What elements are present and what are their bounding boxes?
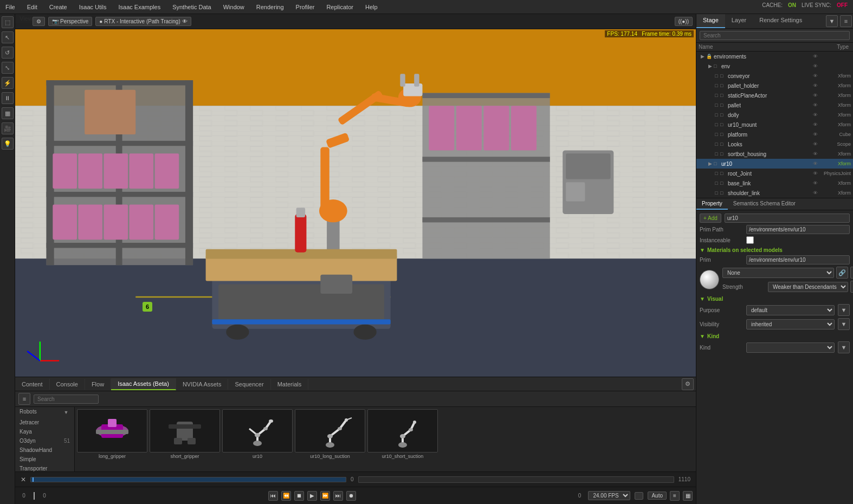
menu-rendering[interactable]: Rendering [254, 3, 286, 11]
tab-stage[interactable]: Stage [696, 14, 725, 28]
prop-add-btn[interactable]: + Add [700, 214, 721, 223]
tl-stop-btn[interactable]: ⏹ [294, 491, 304, 501]
tree-base-link[interactable]: □ □ base_link 👁 Xform [696, 178, 853, 188]
material-none-select[interactable]: None [722, 268, 834, 278]
tab-nvidia-assets[interactable]: NVIDIA Assets [176, 379, 229, 390]
tree-pallet-holder[interactable]: □ □ pallet_holder 👁 Xform [696, 81, 853, 91]
toolbar-pause[interactable]: ⏸ [2, 92, 14, 104]
tab-layer[interactable]: Layer [725, 14, 753, 28]
prop-instanceable-check[interactable] [746, 236, 754, 244]
tree-static-plane[interactable]: □ □ staticPlaneActor 👁 Xform [696, 91, 853, 100]
tl-last-btn[interactable]: ⏭ [333, 491, 343, 501]
material-menu-btn[interactable]: ▼ [850, 267, 853, 279]
menu-create[interactable]: Create [47, 3, 69, 11]
toolbar-scale[interactable]: ⤡ [2, 62, 14, 74]
stage-menu-btn[interactable]: ≡ [840, 15, 852, 27]
menu-profiler[interactable]: Profiler [294, 3, 317, 11]
tl-first-btn[interactable]: ⏮ [268, 491, 278, 501]
cat-simple[interactable]: Simple [15, 455, 74, 464]
vp-rtx-btn[interactable]: ● RTX - Interactive (Path Tracing) 👁 [95, 17, 191, 26]
tl-prev-btn[interactable]: ⏪ [281, 491, 291, 501]
tab-isaac-assets[interactable]: Isaac Assets (Beta) [111, 378, 176, 390]
tree-ur10-selected[interactable]: ▶ □ ur10 👁 Xform [696, 159, 853, 169]
tab-flow[interactable]: Flow [85, 379, 111, 390]
tl-camera-btn[interactable]: ▦ [683, 491, 693, 501]
tree-sortbot[interactable]: □ □ sortbot_housing 👁 Xform [696, 149, 853, 159]
long-gripper-icon [85, 413, 139, 449]
cat-shadowhand[interactable]: ShadowHand [15, 445, 74, 455]
tab-materials[interactable]: Materials [271, 379, 309, 390]
cat-o3dyn[interactable]: O3dyn 51 [15, 436, 74, 445]
material-link-btn[interactable]: 🔗 [836, 267, 848, 279]
menu-help[interactable]: Help [363, 3, 380, 11]
tree-env[interactable]: ▶ □ env 👁 [696, 61, 853, 71]
tab-property[interactable]: Property [696, 198, 728, 210]
prop-kind-select[interactable] [746, 343, 835, 353]
menu-window[interactable]: Window [221, 3, 247, 11]
menu-isaac-examples[interactable]: Isaac Examples [116, 3, 163, 11]
strength-menu-btn[interactable]: ▼ [850, 281, 853, 293]
menu-synthetic-data[interactable]: Synthetic Data [170, 3, 214, 11]
timeline-track[interactable] [358, 476, 674, 483]
tree-shoulder-vis: 👁 [813, 190, 820, 196]
tree-conveyor[interactable]: □ □ conveyor 👁 Xform [696, 71, 853, 81]
tab-render-settings[interactable]: Render Settings [753, 14, 809, 28]
purpose-menu-btn[interactable]: ▼ [838, 304, 850, 316]
tree-platform[interactable]: □ □ platform 👁 Cube [696, 130, 853, 139]
tl-record-btn[interactable]: ⏺ [346, 491, 356, 501]
tl-loop-btn[interactable] [635, 492, 643, 500]
toolbar-grid[interactable]: ▦ [2, 107, 14, 119]
menu-isaac-utils[interactable]: Isaac Utils [77, 3, 109, 11]
tree-ur10-mount[interactable]: □ □ ur10_mount 👁 Xform [696, 120, 853, 130]
vp-camera-btn[interactable]: 📷 Perspective [48, 17, 92, 26]
vp-wireless-btn[interactable]: ((●)) [675, 17, 693, 26]
menu-replicator[interactable]: Replicator [324, 3, 356, 11]
fps-selector[interactable]: 24.00 FPS [588, 491, 630, 500]
asset-ur10-short-suction[interactable]: ur10_short_suction [367, 409, 438, 459]
tab-console[interactable]: Console [50, 379, 85, 390]
tl-auto-btn[interactable]: Auto [648, 492, 667, 500]
tree-dolly[interactable]: □ □ dolly 👁 Xform [696, 110, 853, 120]
asset-short-gripper[interactable]: short_gripper [150, 409, 220, 459]
timeline-close[interactable]: ✕ [18, 476, 28, 483]
vp-settings-btn[interactable]: ⚙ [33, 17, 45, 26]
tl-play-btn[interactable]: ▶ [307, 491, 317, 501]
tree-shoulder-link[interactable]: □ □ shoulder_link 👁 Xform [696, 188, 853, 198]
stage-search-input[interactable] [700, 31, 850, 40]
asset-long-gripper[interactable]: long_gripper [77, 409, 147, 459]
stage-filter-btn[interactable]: ▼ [826, 15, 838, 27]
toolbar-select[interactable]: ⬚ [2, 16, 14, 28]
prop-visibility-select[interactable]: inherited [746, 319, 835, 329]
tab-sequencer[interactable]: Sequencer [228, 379, 270, 390]
toolbar-camera[interactable]: 🎥 [2, 122, 14, 134]
visibility-menu-btn[interactable]: ▼ [838, 318, 850, 330]
prop-purpose-select[interactable]: default [746, 305, 835, 315]
toolbar-rotate[interactable]: ↺ [2, 47, 14, 59]
tree-looks[interactable]: □ □ Looks 👁 Scope [696, 139, 853, 149]
asset-search-input[interactable] [34, 395, 99, 404]
toolbar-light[interactable]: 💡 [2, 138, 14, 150]
toolbar-move[interactable]: ↖ [2, 31, 14, 43]
svg-rect-65 [96, 430, 128, 434]
asset-settings-btn[interactable]: ⚙ [682, 378, 694, 390]
asset-nav-btn[interactable]: ≡ [18, 393, 30, 405]
cat-kaya[interactable]: Kaya [15, 427, 74, 436]
toolbar-snap[interactable]: ⚡ [2, 77, 14, 89]
cat-robots[interactable]: Robots ▼ [15, 407, 74, 418]
cat-jetracer[interactable]: Jetracer [15, 418, 74, 427]
frame-time: Frame time: 0.39 ms [642, 31, 692, 37]
kind-menu-btn[interactable]: ▼ [838, 341, 850, 353]
tree-root-joint[interactable]: □ □ root_Joint 👁 PhysicsJoint [696, 169, 853, 178]
menu-file[interactable]: File [3, 3, 17, 11]
asset-ur10[interactable]: ur10 [222, 409, 293, 459]
cat-transporter[interactable]: Transporter [15, 464, 74, 471]
tree-environments[interactable]: ▶ 🔒 environments 👁 [696, 51, 853, 61]
tab-content[interactable]: Content [15, 379, 50, 390]
asset-ur10-long-suction[interactable]: ur10_long_suction [295, 409, 365, 459]
tl-next-btn[interactable]: ⏩ [320, 491, 330, 501]
menu-edit[interactable]: Edit [25, 3, 40, 11]
tl-settings-btn[interactable]: ≡ [670, 491, 680, 501]
strength-select[interactable]: Weaker than Descendants [768, 282, 848, 292]
tab-semantics[interactable]: Semantics Schema Editor [728, 198, 801, 210]
tree-pallet[interactable]: □ □ pallet 👁 Xform [696, 100, 853, 110]
